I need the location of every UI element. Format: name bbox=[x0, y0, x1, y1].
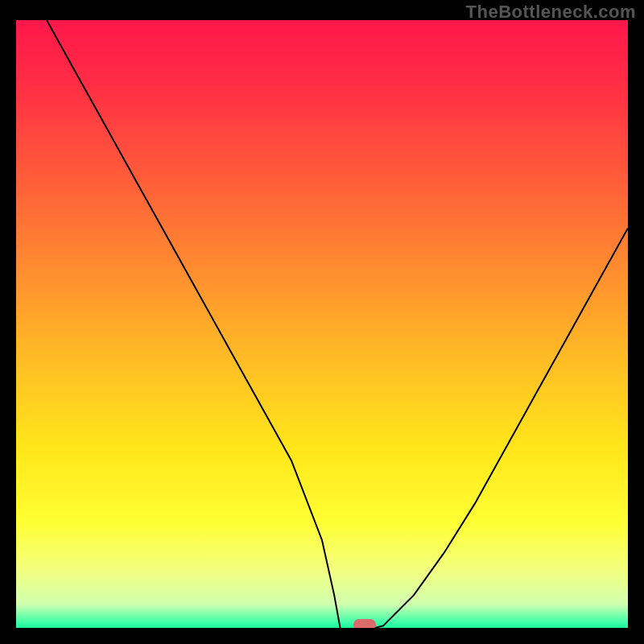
curve-layer bbox=[16, 20, 628, 628]
plot-area bbox=[16, 20, 628, 628]
chart-frame: TheBottleneck.com bbox=[0, 0, 644, 644]
bottleneck-curve bbox=[47, 20, 628, 628]
watermark-text: TheBottleneck.com bbox=[466, 2, 636, 23]
optimal-point-marker bbox=[353, 619, 376, 628]
